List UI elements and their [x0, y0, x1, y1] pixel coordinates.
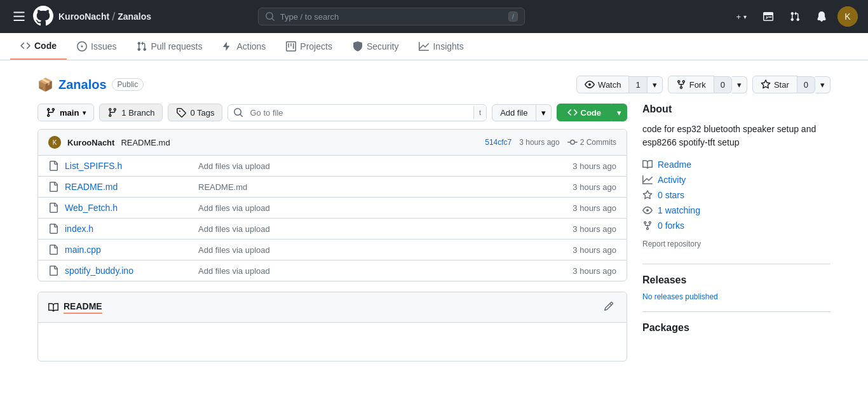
- readme-title-text: README: [64, 301, 102, 314]
- star-count[interactable]: 0: [797, 76, 815, 93]
- file-name[interactable]: Web_Fetch.h: [65, 203, 192, 213]
- commit-message: README.md: [121, 138, 170, 147]
- search-shortcut-badge: /: [508, 11, 518, 22]
- repo-header: 📦 Zanalos Public Watch 1 ▾: [37, 76, 831, 93]
- branch-selector[interactable]: main ▾: [37, 104, 94, 121]
- repo-name[interactable]: Zanalos: [58, 78, 107, 92]
- github-logo[interactable]: [33, 6, 53, 28]
- add-file-dropdown[interactable]: ▾: [536, 104, 552, 121]
- stars-link[interactable]: 0 stars: [658, 190, 684, 200]
- file-icon: [48, 182, 58, 192]
- hamburger-menu[interactable]: [10, 8, 28, 25]
- notifications-button[interactable]: [811, 8, 832, 25]
- about-link-watching: 1 watching: [642, 203, 831, 218]
- report-repository-link[interactable]: Report repository: [642, 240, 701, 248]
- tab-actions[interactable]: Actions: [212, 33, 276, 60]
- file-area: main ▾ 1 Branch 0 Tags: [37, 104, 627, 362]
- readme-edit-button[interactable]: [601, 299, 616, 316]
- packages-title: Packages: [642, 322, 831, 334]
- about-title: About: [642, 104, 831, 115]
- readme-content: [38, 323, 627, 361]
- go-to-file-shortcut: t: [473, 106, 486, 119]
- fork-dropdown[interactable]: ▾: [732, 76, 747, 93]
- go-to-file-input[interactable]: [243, 105, 473, 121]
- commit-hash[interactable]: 514cfc7: [485, 138, 512, 147]
- tab-code[interactable]: Code: [10, 33, 67, 60]
- tab-security[interactable]: Security: [342, 33, 409, 60]
- code-dropdown[interactable]: ▾: [612, 104, 627, 121]
- file-name[interactable]: spotify_buddy.ino: [65, 266, 192, 276]
- tab-projects[interactable]: Projects: [276, 33, 342, 60]
- file-name[interactable]: List_SPIFFS.h: [65, 161, 192, 171]
- file-row: List_SPIFFS.h Add files via upload 3 hou…: [38, 156, 627, 177]
- svg-text:K: K: [844, 11, 851, 22]
- file-time: 3 hours ago: [573, 203, 616, 213]
- repo-actions: Watch 1 ▾ Fork 0 ▾: [576, 76, 831, 93]
- file-name[interactable]: main.cpp: [65, 245, 192, 255]
- releases-title: Releases: [642, 274, 831, 286]
- star-button-group: Star 0 ▾: [752, 76, 831, 93]
- breadcrumb-repo[interactable]: Zanalos: [118, 11, 151, 22]
- tags-count-button[interactable]: 0 Tags: [168, 104, 222, 121]
- forks-link[interactable]: 0 forks: [658, 220, 684, 231]
- watching-link-icon: [642, 205, 653, 215]
- main-content: 📦 Zanalos Public Watch 1 ▾: [27, 60, 841, 362]
- watch-button[interactable]: Watch: [576, 76, 629, 93]
- commit-author-name[interactable]: KurooNacht: [67, 138, 114, 147]
- svg-text:K: K: [53, 139, 57, 146]
- watching-link[interactable]: 1 watching: [658, 205, 700, 215]
- readme-title: README: [48, 301, 102, 314]
- branch-chevron-icon: ▾: [83, 109, 86, 116]
- global-search[interactable]: Type / to search /: [258, 8, 525, 25]
- top-nav-right: + ▾ K: [730, 6, 858, 27]
- tab-issues[interactable]: Issues: [67, 33, 126, 60]
- file-row: main.cpp Add files via upload 3 hours ag…: [38, 240, 627, 261]
- top-navigation: KurooNacht / Zanalos Type / to search / …: [0, 0, 868, 33]
- activity-link[interactable]: Activity: [658, 175, 686, 185]
- file-row: spotify_buddy.ino Add files via upload 3…: [38, 261, 627, 281]
- file-commit-msg: Add files via upload: [198, 203, 566, 213]
- no-releases-link[interactable]: No releases published: [642, 292, 718, 301]
- file-name[interactable]: README.md: [65, 182, 192, 192]
- breadcrumb-owner[interactable]: KurooNacht: [58, 11, 109, 22]
- watch-count[interactable]: 1: [629, 76, 647, 93]
- watch-button-group: Watch 1 ▾: [576, 76, 663, 93]
- file-time: 3 hours ago: [573, 245, 616, 255]
- star-button[interactable]: Star: [752, 76, 797, 93]
- file-commit-msg: Add files via upload: [198, 224, 566, 234]
- breadcrumb-separator: /: [112, 10, 115, 24]
- readme-link[interactable]: Readme: [658, 159, 691, 170]
- about-description: code for esp32 bluetooth speaker setup a…: [642, 123, 831, 149]
- commits-count[interactable]: 2 Commits: [567, 137, 616, 147]
- add-file-button[interactable]: Add file: [492, 104, 536, 121]
- avatar[interactable]: K: [837, 6, 858, 27]
- watch-dropdown[interactable]: ▾: [648, 76, 663, 93]
- code-button[interactable]: Code: [557, 104, 613, 121]
- star-dropdown[interactable]: ▾: [815, 76, 831, 93]
- go-to-file-wrapper: t: [227, 104, 487, 121]
- readme-link-icon: [642, 159, 653, 170]
- add-file-button-group: Add file ▾: [492, 104, 551, 121]
- file-icon: [48, 266, 58, 276]
- create-new-button[interactable]: + ▾: [730, 8, 752, 25]
- branch-count-button[interactable]: 1 Branch: [99, 104, 163, 121]
- file-table-header: K KurooNacht README.md 514cfc7 3 hours a…: [38, 130, 627, 156]
- readme-section: README: [37, 292, 627, 362]
- file-name[interactable]: index.h: [65, 224, 192, 234]
- repo-emoji-icon: 📦: [37, 77, 53, 92]
- fork-count[interactable]: 0: [714, 76, 732, 93]
- repo-title-area: 📦 Zanalos Public: [37, 77, 144, 92]
- releases-section: Releases No releases published: [642, 274, 831, 301]
- tab-insights[interactable]: Insights: [409, 33, 473, 60]
- file-commit-msg: Add files via upload: [198, 266, 566, 276]
- commit-time: 3 hours ago: [519, 138, 559, 147]
- tab-pull-requests[interactable]: Pull requests: [126, 33, 212, 60]
- pull-requests-nav-button[interactable]: [784, 8, 806, 25]
- terminal-button[interactable]: [757, 8, 779, 25]
- about-link-activity: Activity: [642, 172, 831, 187]
- file-icon: [48, 161, 58, 171]
- fork-button[interactable]: Fork: [668, 76, 714, 93]
- fork-button-group: Fork 0 ▾: [668, 76, 747, 93]
- star-count-icon: [642, 190, 653, 200]
- file-icon: [48, 203, 58, 213]
